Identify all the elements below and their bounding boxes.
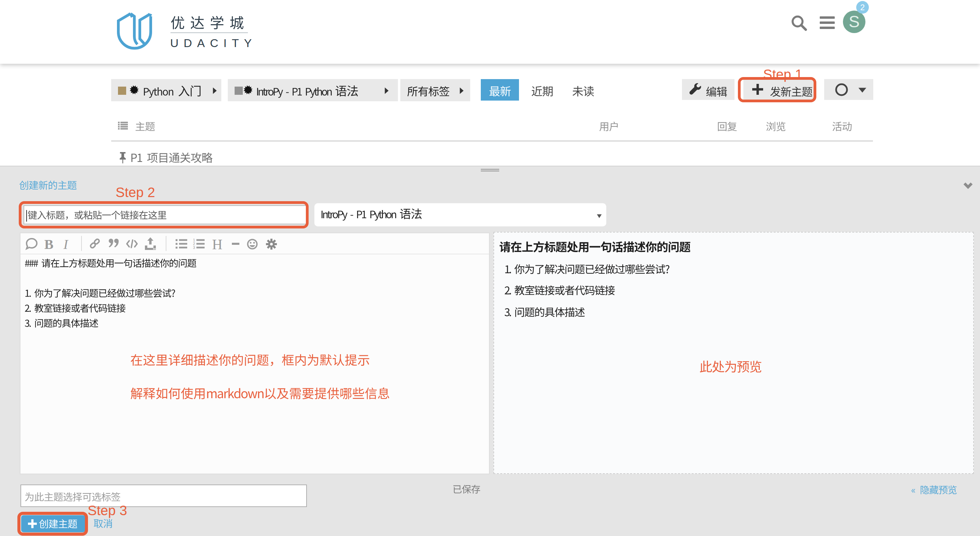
- svg-text:3: 3: [193, 245, 195, 250]
